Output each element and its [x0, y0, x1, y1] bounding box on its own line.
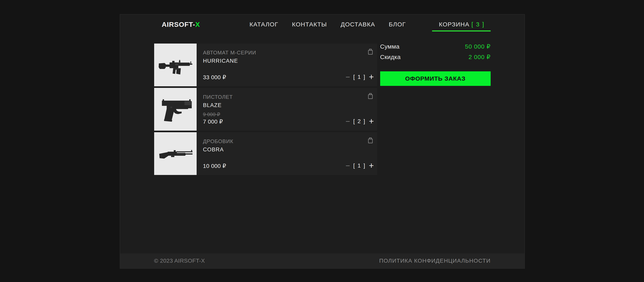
product-thumbnail	[154, 88, 196, 131]
summary-total-row: Сумма 50 000 ₽	[380, 44, 491, 50]
decrease-quantity-button[interactable]: −	[346, 118, 350, 124]
product-name: COBRA	[196, 147, 377, 153]
remove-item-button[interactable]	[368, 93, 373, 99]
decrease-quantity-button[interactable]: −	[346, 163, 350, 169]
logo[interactable]: AIRSOFT-X	[162, 21, 200, 28]
summary-total-label: Сумма	[380, 44, 400, 50]
product-price: 33 000 ₽	[203, 74, 226, 81]
cart-page-content: АВТОМАТ М-СЕРИИ HURRICANE 33 000 ₽ − [ 1…	[154, 44, 491, 177]
price-block: 9 000 ₽ 7 000 ₽	[203, 112, 223, 125]
quantity-value: [ 2 ]	[353, 118, 366, 124]
remove-item-button[interactable]	[368, 137, 373, 144]
cart-item-body: ДРОБОВИК COBRA 10 000 ₽ − [ 1 ]	[196, 132, 377, 175]
trash-icon	[368, 93, 373, 99]
summary-discount-label: Скидка	[380, 54, 401, 60]
order-summary: Сумма 50 000 ₽ Скидка 2 000 ₽ ОФОРМИТЬ З…	[380, 44, 491, 177]
quantity-controls: − [ 2 ] +	[346, 118, 374, 124]
remove-item-button[interactable]	[368, 49, 373, 55]
summary-total-value: 50 000 ₽	[465, 44, 490, 50]
summary-discount-row: Скидка 2 000 ₽	[380, 54, 491, 60]
decrease-quantity-button[interactable]: −	[346, 74, 350, 80]
summary-discount-value: 2 000 ₽	[468, 54, 491, 60]
increase-quantity-button[interactable]: +	[369, 74, 374, 80]
product-name: HURRICANE	[196, 58, 377, 64]
privacy-policy-link[interactable]: ПОЛИТИКА КОНФИДЕНЦИАЛЬНОСТИ	[379, 258, 490, 264]
cart-item-row: АВТОМАТ М-СЕРИИ HURRICANE 33 000 ₽ − [ 1…	[154, 44, 377, 86]
logo-accent: X	[195, 21, 200, 28]
pistol-image	[156, 90, 194, 128]
product-old-price: 9 000 ₽	[203, 112, 223, 117]
quantity-controls: − [ 1 ] +	[346, 163, 374, 169]
cart-item-row: ДРОБОВИК COBRA 10 000 ₽ − [ 1 ]	[154, 132, 377, 175]
cart-item-row: ПИСТОЛЕТ BLAZE 9 000 ₽ 7 000 ₽ −	[154, 88, 377, 131]
rifle-image	[156, 46, 194, 84]
cart-count-badge: [ 3 ]	[471, 21, 484, 28]
price-block: 33 000 ₽	[203, 74, 226, 81]
nav-item-contacts[interactable]: КОНТАКТЫ	[292, 21, 327, 28]
trash-icon	[368, 137, 373, 144]
product-name: BLAZE	[196, 102, 377, 108]
product-category: АВТОМАТ М-СЕРИИ	[196, 44, 377, 56]
header: AIRSOFT-X КАТАЛОГ КОНТАКТЫ ДОСТАВКА БЛОГ…	[154, 15, 491, 32]
cart-item-body: ПИСТОЛЕТ BLAZE 9 000 ₽ 7 000 ₽ −	[196, 88, 377, 131]
quantity-controls: − [ 1 ] +	[346, 74, 374, 80]
quantity-value: [ 1 ]	[353, 163, 366, 169]
cart-item-body: АВТОМАТ М-СЕРИИ HURRICANE 33 000 ₽ − [ 1…	[196, 44, 377, 86]
cart-label: КОРЗИНА	[439, 21, 470, 28]
product-price: 10 000 ₽	[203, 163, 226, 169]
site-panel: AIRSOFT-X КАТАЛОГ КОНТАКТЫ ДОСТАВКА БЛОГ…	[120, 14, 525, 269]
checkout-button[interactable]: ОФОРМИТЬ ЗАКАЗ	[380, 71, 491, 86]
logo-text: AIRSOFT-	[162, 21, 196, 28]
product-price: 7 000 ₽	[203, 118, 223, 125]
product-thumbnail	[154, 44, 196, 86]
nav-item-cart[interactable]: КОРЗИНА[ 3 ]	[432, 21, 491, 32]
increase-quantity-button[interactable]: +	[369, 118, 374, 124]
cart-list: АВТОМАТ М-СЕРИИ HURRICANE 33 000 ₽ − [ 1…	[154, 44, 377, 177]
product-thumbnail	[154, 132, 196, 175]
product-category: ПИСТОЛЕТ	[196, 88, 377, 100]
main-nav: КАТАЛОГ КОНТАКТЫ ДОСТАВКА БЛОГ	[250, 21, 406, 28]
increase-quantity-button[interactable]: +	[369, 163, 374, 169]
shotgun-image	[156, 134, 194, 173]
product-category: ДРОБОВИК	[196, 132, 377, 145]
quantity-value: [ 1 ]	[353, 74, 366, 80]
nav-item-delivery[interactable]: ДОСТАВКА	[341, 21, 375, 28]
price-block: 10 000 ₽	[203, 163, 226, 169]
trash-icon	[368, 49, 373, 55]
copyright-text: © 2023 AIRSOFT-X	[154, 258, 205, 264]
nav-item-blog[interactable]: БЛОГ	[389, 21, 406, 28]
footer: © 2023 AIRSOFT-X ПОЛИТИКА КОНФИДЕНЦИАЛЬН…	[120, 253, 524, 268]
nav-item-catalog[interactable]: КАТАЛОГ	[250, 21, 278, 28]
